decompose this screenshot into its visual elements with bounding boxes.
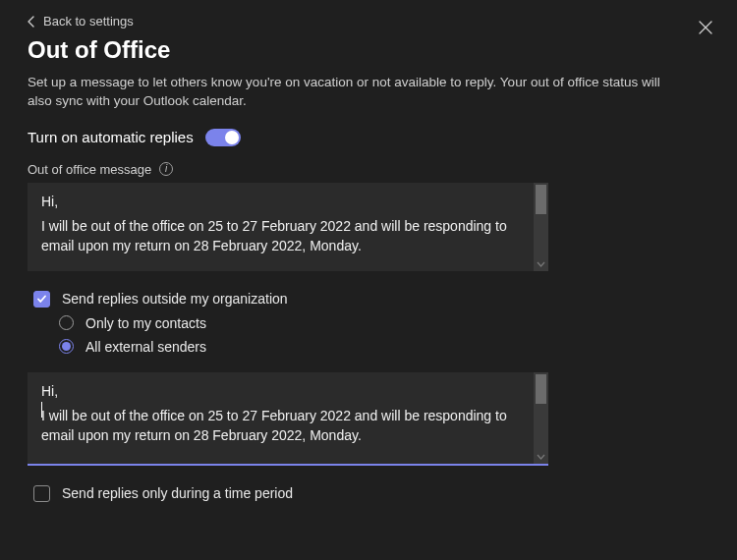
scrollbar-thumb[interactable]: [536, 185, 546, 214]
ooo-message-line2: I will be out of the office on 25 to 27 …: [41, 217, 525, 255]
ooo-message-textarea[interactable]: Hi, I will be out of the office on 25 to…: [28, 183, 548, 271]
back-link-label: Back to settings: [43, 14, 134, 28]
scrollbar-track[interactable]: [534, 183, 548, 271]
external-message-line2: I will be out of the office on 25 to 27 …: [41, 407, 525, 445]
back-to-settings-link[interactable]: Back to settings: [28, 14, 134, 28]
close-icon: [699, 21, 712, 34]
chevron-left-icon: [28, 16, 35, 28]
only-my-contacts-label: Only to my contacts: [85, 315, 206, 331]
send-outside-org-label: Send replies outside my organization: [62, 291, 288, 307]
automatic-replies-toggle-label: Turn on automatic replies: [28, 129, 194, 145]
external-message-line1: Hi,: [41, 382, 525, 402]
automatic-replies-toggle[interactable]: [205, 129, 241, 146]
scroll-down-icon[interactable]: [537, 259, 545, 268]
scrollbar-track-2[interactable]: [534, 372, 548, 464]
close-button[interactable]: [694, 16, 717, 39]
all-external-senders-radio[interactable]: [59, 339, 74, 354]
time-period-checkbox[interactable]: [33, 485, 50, 502]
scrollbar-thumb-2[interactable]: [536, 374, 546, 404]
time-period-label: Send replies only during a time period: [62, 485, 293, 501]
text-cursor: [41, 402, 42, 418]
page-description: Set up a message to let others know you'…: [28, 74, 676, 111]
page-title: Out of Office: [28, 36, 709, 64]
scroll-down-icon-2[interactable]: [537, 452, 545, 461]
ooo-message-line1: Hi,: [41, 193, 525, 212]
ooo-message-label: Out of office message: [28, 162, 151, 177]
external-message-textarea[interactable]: Hi, I will be out of the office on 25 to…: [28, 372, 548, 466]
all-external-senders-label: All external senders: [85, 339, 206, 355]
only-my-contacts-radio[interactable]: [59, 315, 74, 330]
info-icon[interactable]: i: [159, 162, 173, 176]
send-outside-org-checkbox[interactable]: [33, 291, 50, 308]
toggle-knob: [225, 131, 239, 144]
